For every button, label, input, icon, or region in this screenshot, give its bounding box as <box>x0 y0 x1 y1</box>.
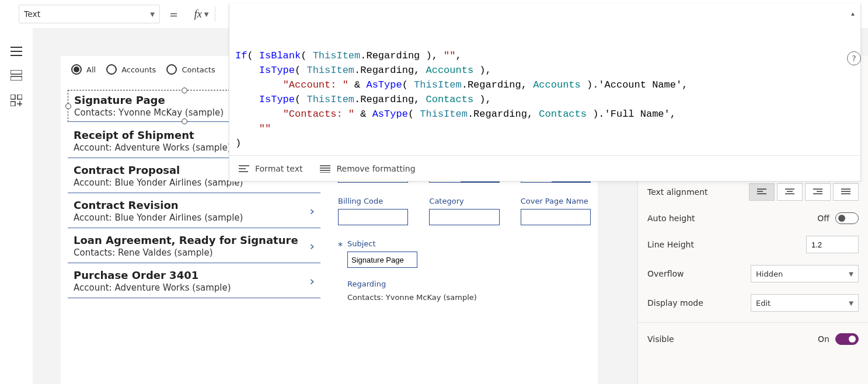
radio-accounts[interactable]: Accounts <box>106 64 156 75</box>
insert-icon[interactable] <box>11 95 22 106</box>
radio-icon <box>166 64 177 75</box>
radio-icon <box>71 64 82 75</box>
remove-formatting-button[interactable]: Remove formatting <box>320 164 415 173</box>
required-star: * <box>338 240 343 252</box>
format-text-button[interactable]: Format text <box>239 164 302 173</box>
autoheight-label: Auto height <box>647 214 695 223</box>
fx-label: fx <box>194 8 202 20</box>
svg-rect-9 <box>11 95 15 99</box>
displaymode-label: Display mode <box>647 298 703 308</box>
regarding-label: Regarding <box>347 280 591 288</box>
chevron-down-icon: ▼ <box>150 11 155 18</box>
overflow-dropdown[interactable]: Hidden ▼ <box>751 265 859 282</box>
gallery-item-subtitle: Account: Adventure Works (sample) <box>74 142 231 153</box>
radio-contacts[interactable]: Contacts <box>166 64 215 75</box>
chevron-right-icon[interactable]: › <box>309 204 320 218</box>
fx-button[interactable]: fx ▼ <box>187 3 215 25</box>
gallery-item-title: Contract Proposal <box>74 164 243 176</box>
autoheight-toggle[interactable] <box>835 212 859 224</box>
chevron-right-icon[interactable]: › <box>309 274 320 288</box>
radio-icon <box>106 64 117 75</box>
align-right-button[interactable] <box>805 183 831 201</box>
textalign-label: Text alignment <box>647 187 708 197</box>
visible-label: Visible <box>647 334 674 344</box>
chevron-down-icon: ▼ <box>849 271 853 277</box>
help-icon[interactable]: ? <box>847 51 861 65</box>
radio-all[interactable]: All <box>71 64 96 75</box>
billing-code-input[interactable] <box>338 209 408 225</box>
formula-resize-chevron[interactable]: ▲ <box>851 7 855 22</box>
svg-rect-8 <box>11 76 22 81</box>
category-input[interactable] <box>429 209 499 225</box>
align-center-button[interactable] <box>777 183 803 201</box>
align-justify-button[interactable] <box>833 183 859 201</box>
gallery-item[interactable]: Contract RevisionAccount: Blue Yonder Ai… <box>68 193 320 228</box>
property-dropdown-value: Text <box>24 9 40 19</box>
chevron-down-icon: ▼ <box>849 300 853 306</box>
svg-rect-7 <box>11 70 22 74</box>
format-icon <box>239 165 249 173</box>
gallery-item-subtitle: Account: Blue Yonder Airlines (sample) <box>74 177 243 188</box>
gallery-item[interactable]: Loan Agreement, Ready for SignatureConta… <box>68 228 320 263</box>
gallery-item-title: Contract Revision <box>74 199 243 211</box>
formula-text[interactable]: If( IsBlank( ThisItem.Regarding ), "", I… <box>229 4 860 155</box>
gallery-item-subtitle: Contacts: Yvonne McKay (sample) <box>74 107 224 118</box>
hamburger-icon[interactable] <box>11 47 22 56</box>
category-label: Category <box>429 197 499 205</box>
tree-view-icon[interactable] <box>11 70 22 81</box>
overflow-label: Overflow <box>647 269 684 278</box>
formula-toolbar: Format text Remove formatting <box>229 155 860 181</box>
gallery-item-subtitle: Account: Blue Yonder Airlines (sample) <box>74 212 243 223</box>
gallery-item-title: Purchase Order 3401 <box>74 269 231 281</box>
subject-input[interactable] <box>347 252 417 268</box>
lineheight-label: Line Height <box>647 240 694 249</box>
regarding-value: Contacts: Yvonne McKay (sample) <box>347 293 591 302</box>
property-dropdown[interactable]: Text ▼ <box>19 5 160 23</box>
equals-sign: = <box>167 8 180 20</box>
cover-page-input[interactable] <box>521 209 591 225</box>
formula-bar[interactable]: If( IsBlank( ThisItem.Regarding ), "", I… <box>229 4 861 181</box>
subject-label: Subject <box>347 239 429 248</box>
gallery-item-title: Receipt of Shipment <box>74 129 231 141</box>
align-left-button[interactable] <box>749 183 775 201</box>
chevron-down-icon: ▼ <box>204 11 209 18</box>
billing-code-label: Billing Code <box>338 197 408 205</box>
gallery-item-title: Signature Page <box>74 94 224 106</box>
visible-toggle[interactable] <box>835 333 859 345</box>
justify-icon <box>320 165 330 173</box>
gallery-item[interactable]: Purchase Order 3401Account: Adventure Wo… <box>68 263 320 298</box>
gallery-item-subtitle: Account: Adventure Works (sample) <box>74 282 231 293</box>
gallery-item-title: Loan Agreement, Ready for Signature <box>74 234 298 246</box>
cover-page-label: Cover Page Name <box>521 197 591 205</box>
svg-rect-10 <box>18 95 22 99</box>
displaymode-dropdown[interactable]: Edit ▼ <box>751 294 859 312</box>
gallery-item-subtitle: Contacts: Rene Valdes (sample) <box>74 247 298 258</box>
svg-rect-11 <box>11 102 15 106</box>
left-nav <box>0 28 33 384</box>
chevron-right-icon[interactable]: › <box>309 239 320 253</box>
lineheight-input[interactable] <box>806 236 859 253</box>
